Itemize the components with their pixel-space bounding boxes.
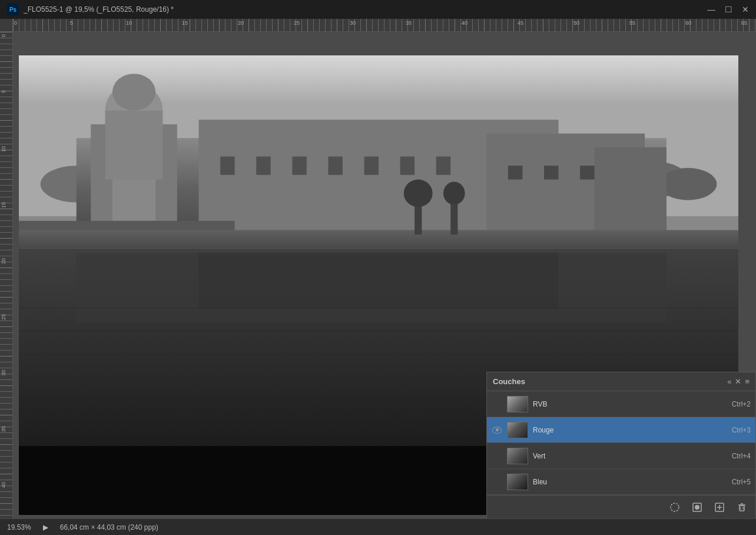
panel-header: Couches « ✕ ≡ <box>487 372 755 391</box>
svg-rect-31 <box>19 230 738 248</box>
maximize-button[interactable]: ☐ <box>725 5 732 14</box>
svg-point-4 <box>659 168 717 200</box>
ruler-h-labels: 05101520253035404550556065 <box>13 20 756 32</box>
svg-rect-23 <box>328 157 342 175</box>
svg-point-10 <box>112 74 155 110</box>
ruler-v-label-30: 30 <box>1 370 6 376</box>
channel-name-rouge: Rouge <box>533 426 727 434</box>
ruler-h-label-40: 40 <box>462 20 467 26</box>
ruler-h-label-55: 55 <box>629 20 635 26</box>
channel-visibility-rvb[interactable] <box>492 399 502 409</box>
channel-visibility-rouge[interactable] <box>492 425 502 435</box>
ruler-v-label-15: 15 <box>1 202 6 208</box>
channel-thumbnail-bleu <box>507 474 528 490</box>
panel-controls[interactable]: « ✕ ≡ <box>727 377 750 386</box>
svg-rect-20 <box>220 157 234 175</box>
ruler-h-label-25: 25 <box>294 20 300 26</box>
channel-name-rvb: RVB <box>533 400 727 408</box>
collapse-button[interactable]: « <box>727 377 731 386</box>
channel-visibility-vert[interactable] <box>492 451 502 461</box>
ruler-h-label-15: 15 <box>182 20 188 26</box>
channel-visibility-bleu[interactable] <box>492 477 502 487</box>
ruler-v-label-40: 40 <box>1 482 6 488</box>
svg-rect-14 <box>595 147 667 239</box>
ruler-h-label-60: 60 <box>685 20 691 26</box>
status-arrow[interactable]: ▶ <box>43 523 48 531</box>
channel-row-vert[interactable]: VertCtrl+4 <box>487 443 755 469</box>
window-controls[interactable]: — ☐ ✕ <box>707 5 749 14</box>
svg-rect-9 <box>105 111 163 180</box>
svg-rect-26 <box>436 157 450 175</box>
ruler-v-label-0: 0 <box>1 34 6 37</box>
channel-shortcut-rvb: Ctrl+2 <box>732 400 751 408</box>
channel-row-rvb[interactable]: RVBCtrl+2 <box>487 391 755 417</box>
channel-thumbnail-rouge <box>507 422 528 438</box>
ruler-v-label-25: 25 <box>1 314 6 320</box>
solid-circle-button[interactable] <box>691 501 704 514</box>
channel-row-rouge[interactable]: RougeCtrl+3 <box>487 417 755 443</box>
svg-rect-25 <box>400 157 415 175</box>
status-bar: 19.53% ▶ 66,04 cm × 44,03 cm (240 ppp) <box>0 519 756 535</box>
svg-rect-21 <box>256 157 270 175</box>
ruler-v-label-10: 10 <box>1 146 6 152</box>
title-left: Ps _FLO5525-1 @ 19,5% (_FLO5525, Rouge/1… <box>7 4 174 15</box>
ruler-left: 0510152025303540 <box>0 32 13 535</box>
dotted-circle-button[interactable] <box>668 501 681 514</box>
channel-shortcut-vert: Ctrl+4 <box>732 452 751 460</box>
ruler-corner <box>0 19 13 32</box>
svg-point-35 <box>443 182 465 205</box>
svg-rect-28 <box>544 166 558 179</box>
channel-thumbnail-vert <box>507 448 528 464</box>
ps-icon: Ps <box>7 4 19 15</box>
close-panel-button[interactable]: ✕ <box>735 377 741 386</box>
zoom-level: 19.53% <box>7 523 31 531</box>
panel-footer <box>487 495 755 519</box>
image-dimensions: 66,04 cm × 44,03 cm (240 ppp) <box>60 523 158 531</box>
svg-rect-38 <box>199 253 559 308</box>
svg-rect-27 <box>508 166 522 179</box>
panel-menu-button[interactable]: ≡ <box>745 377 750 386</box>
ruler-v-label-5: 5 <box>1 90 6 93</box>
channel-shortcut-bleu: Ctrl+5 <box>732 478 751 486</box>
svg-rect-54 <box>740 506 744 511</box>
ruler-v-label-35: 35 <box>1 426 6 432</box>
svg-rect-22 <box>292 157 306 175</box>
channel-shortcut-rouge: Ctrl+3 <box>732 426 751 434</box>
panel-title: Couches <box>493 377 525 386</box>
channel-thumbnail-rvb <box>507 396 528 412</box>
eye-icon <box>492 427 502 434</box>
ruler-h-label-20: 20 <box>238 20 244 26</box>
close-button[interactable]: ✕ <box>742 5 749 14</box>
channel-rows-container: RVBCtrl+2RougeCtrl+3VertCtrl+4BleuCtrl+5 <box>487 391 755 495</box>
channels-panel: Couches « ✕ ≡ RVBCtrl+2RougeCtrl+3VertCt… <box>486 372 756 519</box>
ruler-h-label-35: 35 <box>406 20 412 26</box>
svg-point-33 <box>404 180 433 207</box>
svg-rect-24 <box>364 157 379 175</box>
ruler-v-label-20: 20 <box>1 258 6 264</box>
ruler-h-label-0: 0 <box>14 20 17 26</box>
ruler-h-label-5: 5 <box>70 20 73 26</box>
ruler-h-label-45: 45 <box>518 20 523 26</box>
ruler-h-label-10: 10 <box>126 20 132 26</box>
svg-point-50 <box>695 505 699 510</box>
channel-row-bleu[interactable]: BleuCtrl+5 <box>487 469 755 495</box>
ruler-h-label-65: 65 <box>741 20 747 26</box>
svg-point-48 <box>671 503 679 511</box>
ruler-top: 05101520253035404550556065 <box>13 19 756 32</box>
ruler-h-label-50: 50 <box>573 20 579 26</box>
minimize-button[interactable]: — <box>707 5 715 14</box>
svg-rect-29 <box>580 166 594 179</box>
ruler-h-label-30: 30 <box>350 20 356 26</box>
delete-channel-button[interactable] <box>735 501 748 514</box>
add-channel-button[interactable] <box>713 501 726 514</box>
channel-name-vert: Vert <box>533 452 727 460</box>
title-bar: Ps _FLO5525-1 @ 19,5% (_FLO5525, Rouge/1… <box>0 0 756 19</box>
channel-name-bleu: Bleu <box>533 478 727 486</box>
window-title: _FLO5525-1 @ 19,5% (_FLO5525, Rouge/16) … <box>24 5 174 14</box>
